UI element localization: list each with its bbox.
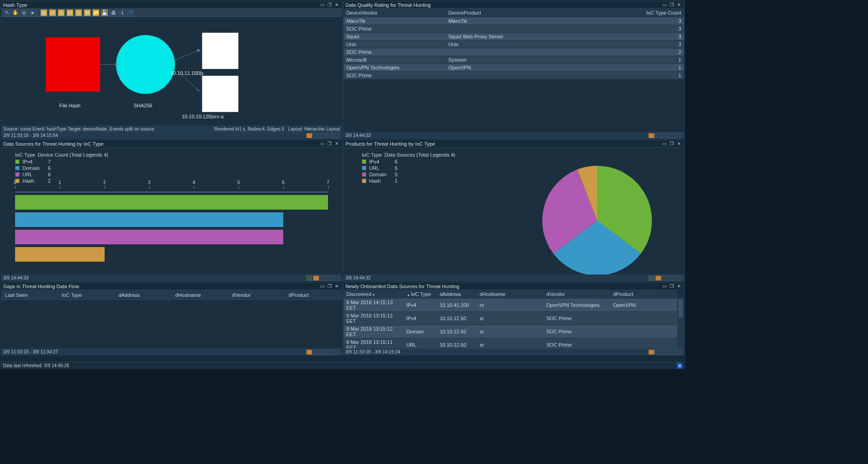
close-icon[interactable]: ✕ — [333, 141, 340, 147]
table-row[interactable]: 9 Mar 2018 13:15:11 EETURL10.10.12.50srS… — [344, 338, 677, 348]
col-header[interactable]: dVendor — [544, 290, 610, 298]
maximize-icon[interactable]: ❐ — [668, 284, 675, 289]
col-header[interactable]: dHostname — [477, 290, 544, 298]
col-header[interactable]: dAddress — [115, 292, 171, 298]
table-row[interactable]: 9 Mar 2018 14:15:13 EETIPv410.10.41.200n… — [344, 298, 677, 311]
node-host-1[interactable] — [202, 33, 238, 69]
footer-icon[interactable] — [313, 349, 319, 355]
footer-icon[interactable] — [313, 133, 319, 138]
col-header[interactable]: dAddress — [437, 290, 477, 298]
col-header[interactable]: dHostname — [172, 292, 228, 298]
table-row[interactable]: SOC Prime2 — [344, 48, 684, 56]
col-header[interactable]: IoC Type — [58, 292, 115, 298]
col-vendor[interactable]: DeviceVendor — [344, 9, 446, 17]
col-header[interactable]: ▴ IoC Type — [403, 290, 437, 298]
maximize-icon[interactable]: ❐ — [668, 141, 675, 147]
table-row[interactable]: MicrosoftSysmon1 — [344, 56, 684, 63]
table-row[interactable]: SquidSquid Web Proxy Server3 — [344, 32, 684, 40]
tool-print-icon[interactable]: 🖶 — [110, 9, 117, 16]
footer-icon[interactable] — [306, 275, 312, 281]
tool-layout-icon[interactable]: ▨ — [75, 9, 82, 16]
minimize-icon[interactable]: ▭ — [319, 284, 325, 289]
tool-legend-icon[interactable]: ▩ — [84, 9, 91, 16]
node-sha256[interactable] — [116, 35, 175, 94]
table-row[interactable]: MikroTikMikroTik3 — [344, 17, 684, 25]
minimize-icon[interactable]: ▭ — [661, 2, 667, 8]
tool-cursor-icon[interactable]: ↖ — [3, 9, 11, 16]
col-header[interactable]: Last Seen — [1, 292, 58, 298]
pie-chart[interactable] — [538, 161, 656, 274]
legend-item[interactable]: IPv47 — [15, 158, 337, 165]
footer-icon[interactable] — [655, 133, 662, 138]
close-icon[interactable]: ✕ — [676, 2, 682, 8]
footer-icon[interactable] — [655, 349, 662, 355]
col-header[interactable]: dProduct — [285, 292, 342, 298]
tool-hand-icon[interactable]: ✋ — [12, 9, 19, 16]
footer-icon[interactable] — [313, 275, 319, 281]
table-row[interactable]: UnixUnix3 — [344, 40, 684, 48]
tool-list-icon[interactable]: ▥ — [58, 9, 65, 16]
footer-icon[interactable] — [320, 349, 326, 355]
tool-tree-icon[interactable]: ▧ — [66, 9, 74, 16]
tool-grid-icon[interactable]: ▦ — [40, 9, 48, 16]
tool-export-icon[interactable]: ⤓ — [118, 9, 126, 16]
footer-icon[interactable] — [327, 133, 333, 138]
footer-icon[interactable] — [320, 275, 326, 281]
footer-icon[interactable] — [648, 133, 655, 138]
footer-icon[interactable] — [662, 133, 668, 138]
minimize-icon[interactable]: ▭ — [661, 284, 667, 289]
footer-icon[interactable] — [333, 275, 340, 281]
footer-icon[interactable] — [669, 349, 675, 355]
minimize-icon[interactable]: ▭ — [319, 2, 325, 8]
footer-icon[interactable] — [648, 275, 655, 281]
footer-icon[interactable] — [676, 349, 682, 355]
footer-icon[interactable] — [662, 275, 668, 281]
bar-ipv4[interactable] — [15, 195, 328, 210]
maximize-icon[interactable]: ❐ — [326, 2, 333, 8]
tool-folder-icon[interactable]: 📁 — [92, 9, 100, 16]
status-indicator-icon[interactable]: ▾ — [677, 363, 683, 369]
footer-icon[interactable] — [333, 133, 340, 138]
col-header[interactable]: Discovered▾ — [344, 290, 403, 298]
legend-item[interactable]: URL6 — [15, 171, 337, 178]
table-row[interactable]: 9 Mar 2018 13:15:12 EETDomain10.10.12.50… — [344, 325, 677, 338]
footer-icon[interactable] — [327, 275, 333, 281]
footer-icon[interactable] — [320, 133, 326, 138]
close-icon[interactable]: ✕ — [333, 284, 340, 289]
table-row[interactable]: SOC Prime3 — [344, 25, 684, 32]
close-icon[interactable]: ✕ — [676, 141, 682, 147]
footer-icon[interactable] — [306, 349, 312, 355]
footer-icon[interactable] — [655, 275, 662, 281]
scrollbar-thumb[interactable] — [678, 299, 683, 317]
minimize-icon[interactable]: ▭ — [319, 141, 325, 147]
tool-play-icon[interactable]: ▸ — [29, 9, 37, 16]
close-icon[interactable]: ✕ — [333, 2, 340, 8]
legend-item[interactable]: Domain6 — [15, 165, 337, 171]
footer-icon[interactable] — [648, 349, 655, 355]
bar-domain[interactable] — [15, 212, 283, 227]
footer-icon[interactable] — [669, 275, 675, 281]
col-header[interactable]: dVendor — [228, 292, 285, 298]
maximize-icon[interactable]: ❐ — [326, 284, 333, 289]
footer-icon[interactable] — [669, 133, 675, 138]
tool-target-icon[interactable]: ◎ — [21, 9, 28, 16]
footer-icon[interactable] — [306, 133, 312, 138]
bar-hash[interactable] — [15, 247, 105, 262]
node-file-hash[interactable] — [46, 37, 100, 92]
footer-icon[interactable] — [333, 349, 340, 355]
legend-item[interactable]: Hash2 — [15, 178, 337, 184]
bar-url[interactable] — [15, 230, 283, 244]
footer-icon[interactable] — [662, 349, 668, 355]
footer-icon[interactable] — [676, 275, 682, 281]
tool-save-icon[interactable]: 💾 — [101, 9, 108, 16]
close-icon[interactable]: ✕ — [676, 284, 682, 289]
tool-help-icon[interactable]: ? — [127, 9, 134, 16]
table-row[interactable]: 9 Mar 2018 13:15:12 EETIPv410.10.12.50sr… — [344, 311, 677, 325]
col-product[interactable]: DeviceProduct — [446, 9, 616, 17]
table-row[interactable]: SOC Prime1 — [344, 71, 684, 79]
node-host-2[interactable] — [202, 76, 238, 112]
footer-icon[interactable] — [327, 349, 333, 355]
graph-canvas[interactable]: File Hash SHA256 10.10.11.100|s 10.10.10… — [1, 17, 342, 126]
minimize-icon[interactable]: ▭ — [661, 141, 667, 147]
col-header[interactable]: dProduct — [610, 290, 677, 298]
